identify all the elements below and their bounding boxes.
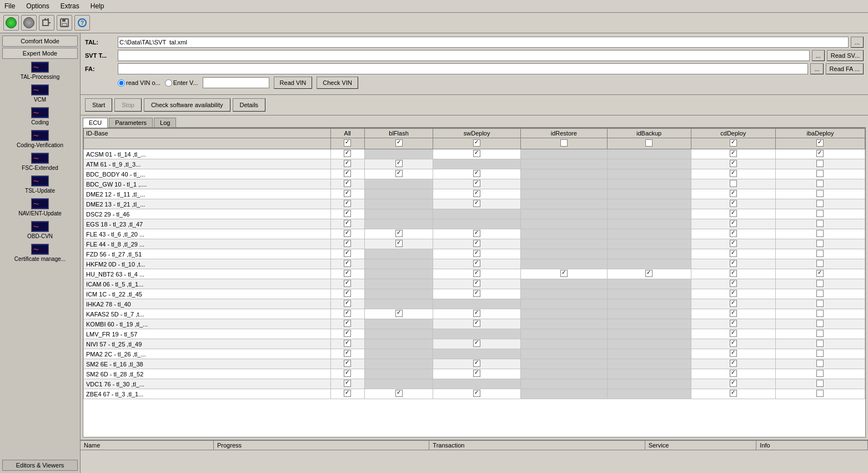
row-checkbox[interactable] <box>395 310 403 317</box>
header-idbackup-checkbox[interactable] <box>645 139 653 147</box>
svt-browse-button[interactable]: ... <box>812 50 825 61</box>
row-checkbox[interactable] <box>816 280 824 287</box>
row-checkbox[interactable] <box>344 310 351 317</box>
row-checkbox[interactable] <box>816 290 824 297</box>
row-checkbox[interactable] <box>730 360 737 367</box>
plugin-button[interactable] <box>39 15 54 31</box>
row-checkbox[interactable] <box>730 330 737 337</box>
details-button[interactable]: Details <box>233 98 266 112</box>
row-checkbox[interactable] <box>473 390 480 397</box>
tal-input[interactable] <box>118 37 849 48</box>
check-vin-button[interactable]: Check VIN <box>317 77 358 89</box>
row-checkbox[interactable] <box>473 190 480 197</box>
forward-button[interactable] <box>21 15 37 31</box>
row-checkbox[interactable] <box>730 250 737 257</box>
fa-input[interactable] <box>118 63 808 74</box>
read-vin-radio[interactable] <box>118 79 125 87</box>
row-checkbox[interactable] <box>730 390 737 397</box>
row-checkbox[interactable] <box>730 190 737 197</box>
sidebar-item-fsc-extended[interactable]: FSC-Extended <box>2 151 78 173</box>
row-checkbox[interactable] <box>344 350 351 357</box>
row-checkbox[interactable] <box>344 320 351 327</box>
enter-vin-radio-label[interactable]: Enter V... <box>165 79 198 87</box>
header-all-checkbox[interactable] <box>344 139 351 147</box>
row-checkbox[interactable] <box>344 340 351 347</box>
row-checkbox[interactable] <box>395 170 403 177</box>
row-checkbox[interactable] <box>730 340 737 347</box>
read-vin-radio-label[interactable]: read VIN o... <box>118 79 160 87</box>
row-checkbox[interactable] <box>730 310 737 317</box>
row-checkbox[interactable] <box>816 250 824 257</box>
row-checkbox[interactable] <box>473 320 480 327</box>
row-checkbox[interactable] <box>344 280 351 287</box>
row-checkbox[interactable] <box>395 240 403 247</box>
comfort-mode-button[interactable]: Comfort Mode <box>2 36 78 47</box>
menu-help[interactable]: Help <box>88 1 107 11</box>
menu-options[interactable]: Options <box>24 1 51 11</box>
row-checkbox[interactable] <box>730 150 737 157</box>
row-checkbox[interactable] <box>473 270 480 277</box>
row-checkbox[interactable] <box>344 190 351 197</box>
row-checkbox[interactable] <box>344 230 351 237</box>
row-checkbox[interactable] <box>344 150 351 157</box>
sidebar-item-obd-cvn[interactable]: OBD-CVN <box>2 219 78 241</box>
fa-browse-button[interactable]: ... <box>810 63 823 74</box>
row-checkbox[interactable] <box>344 290 351 297</box>
header-blflash-checkbox[interactable] <box>395 139 403 147</box>
svt-input[interactable] <box>118 50 810 61</box>
row-checkbox[interactable] <box>816 150 824 157</box>
row-checkbox[interactable] <box>344 160 351 167</box>
row-checkbox[interactable] <box>344 250 351 257</box>
sidebar-item-vcm[interactable]: VCM <box>2 83 78 104</box>
row-checkbox[interactable] <box>730 210 737 217</box>
tab-parameters[interactable]: Parameters <box>109 118 153 127</box>
row-checkbox[interactable] <box>730 240 737 247</box>
check-software-button[interactable]: Check software availability <box>144 98 230 112</box>
row-checkbox[interactable] <box>730 170 737 177</box>
row-checkbox[interactable] <box>344 360 351 367</box>
row-checkbox[interactable] <box>816 170 824 177</box>
row-checkbox[interactable] <box>344 260 351 267</box>
sidebar-item-tal-processing[interactable]: TAL-Processing <box>2 60 78 82</box>
row-checkbox[interactable] <box>816 210 824 217</box>
row-checkbox[interactable] <box>816 310 824 317</box>
tal-browse-button[interactable]: ... <box>851 37 864 48</box>
row-checkbox[interactable] <box>816 240 824 247</box>
row-checkbox[interactable] <box>473 250 480 257</box>
row-checkbox[interactable] <box>816 230 824 237</box>
row-checkbox[interactable] <box>473 290 480 297</box>
row-checkbox[interactable] <box>344 300 351 307</box>
row-checkbox[interactable] <box>473 240 480 247</box>
row-checkbox[interactable] <box>730 370 737 377</box>
row-checkbox[interactable] <box>730 290 737 297</box>
row-checkbox[interactable] <box>344 390 351 397</box>
row-checkbox[interactable] <box>730 280 737 287</box>
menu-file[interactable]: File <box>2 1 17 11</box>
row-checkbox[interactable] <box>730 260 737 267</box>
read-vin-button[interactable]: Read VIN <box>274 77 313 89</box>
row-checkbox[interactable] <box>816 200 824 207</box>
header-idrestore-checkbox[interactable] <box>560 139 568 147</box>
row-checkbox[interactable] <box>344 220 351 227</box>
sidebar-item-certificate-manage[interactable]: Certificate manage... <box>2 242 78 264</box>
row-checkbox[interactable] <box>730 230 737 237</box>
sidebar-item-coding-verification[interactable]: Coding-Verification <box>2 128 78 150</box>
row-checkbox[interactable] <box>730 320 737 327</box>
stop-button[interactable]: Stop <box>114 98 142 112</box>
row-checkbox[interactable] <box>816 330 824 337</box>
row-checkbox[interactable] <box>473 280 480 287</box>
row-checkbox[interactable] <box>816 180 824 187</box>
expert-mode-button[interactable]: Expert Mode <box>2 48 78 59</box>
row-checkbox[interactable] <box>395 390 403 397</box>
row-checkbox[interactable] <box>816 340 824 347</box>
row-checkbox[interactable] <box>816 190 824 197</box>
row-checkbox[interactable] <box>473 230 480 237</box>
row-checkbox[interactable] <box>560 270 568 277</box>
menu-extras[interactable]: Extras <box>58 1 82 11</box>
row-checkbox[interactable] <box>344 270 351 277</box>
row-checkbox[interactable] <box>816 350 824 357</box>
row-checkbox[interactable] <box>473 180 480 187</box>
row-checkbox[interactable] <box>395 160 403 167</box>
sidebar-item-tsl-update[interactable]: TSL-Update <box>2 174 78 195</box>
row-checkbox[interactable] <box>473 340 480 347</box>
